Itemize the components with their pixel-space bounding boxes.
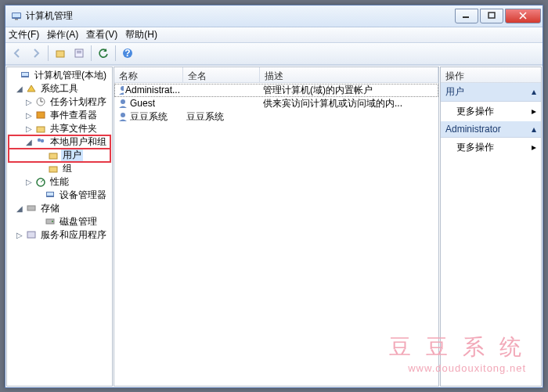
tree-pane: 计算机管理(本地) ◢系统工具 ▷任务计划程序 ▷事件查看器 ▷共享文件夹 ◢本… [6,67,113,387]
menu-action[interactable]: 操作(A) [47,28,78,41]
list-header: 名称 全名 描述 [114,67,438,83]
app-icon [10,9,23,22]
svg-rect-12 [22,73,28,76]
separator [48,45,49,61]
tree-shared-folders[interactable]: ▷共享文件夹 [9,122,110,135]
svg-rect-1 [13,13,20,17]
back-button[interactable] [9,45,26,62]
user-row[interactable]: Administrat... 管理计算机(域)的内置帐户 [114,84,438,97]
tree-users[interactable]: 用户 [9,149,110,162]
separator [115,45,116,61]
collapse-icon: ▴ [532,124,536,135]
svg-point-28 [121,99,125,104]
chevron-right-icon: ▸ [532,106,536,117]
svg-rect-18 [49,153,57,159]
svg-rect-2 [15,19,18,20]
computer-management-window: 计算机管理 文件(F) 操作(A) 查看(V) 帮助(H) ? 计算机管理(本地… [5,5,543,388]
action-group-users[interactable]: 用户▴ [441,83,541,102]
svg-point-25 [52,221,53,222]
separator [91,45,92,61]
chevron-right-icon: ▸ [532,142,536,153]
refresh-button[interactable] [95,45,112,62]
svg-point-17 [41,139,44,142]
column-name[interactable]: 名称 [114,67,183,82]
tree-groups[interactable]: 组 [9,162,110,175]
svg-rect-7 [77,51,81,52]
svg-rect-3 [463,16,469,18]
svg-rect-15 [37,127,45,132]
svg-rect-5 [56,51,64,57]
menu-help[interactable]: 帮助(H) [125,28,157,41]
minimize-button[interactable] [455,9,478,23]
user-icon [117,111,128,122]
user-row[interactable]: Guest 供来宾访问计算机或访问域的内... [114,97,438,110]
tree-local-users-groups[interactable]: ◢本地用户和组 [9,135,110,149]
column-fullname[interactable]: 全名 [183,67,260,82]
action-more-1[interactable]: 更多操作▸ [441,102,541,121]
tree-performance[interactable]: ▷性能 [9,175,110,189]
user-icon [117,85,124,95]
workspace: 计算机管理(本地) ◢系统工具 ▷任务计划程序 ▷事件查看器 ▷共享文件夹 ◢本… [5,65,543,387]
actions-header: 操作 [441,67,541,83]
action-group-admin[interactable]: Administrator▴ [441,121,541,138]
tree-services-apps[interactable]: ▷服务和应用程序 [9,228,110,242]
properties-button[interactable] [70,45,88,62]
maximize-button[interactable] [480,9,503,23]
help-button[interactable]: ? [119,45,136,62]
svg-point-16 [38,138,41,142]
tree-disk-management[interactable]: 磁盘管理 [9,215,110,228]
tree-task-scheduler[interactable]: ▷任务计划程序 [9,95,110,109]
up-level-button[interactable] [52,45,69,62]
svg-rect-26 [27,232,35,238]
svg-rect-14 [37,112,45,118]
svg-rect-19 [49,167,57,172]
titlebar[interactable]: 计算机管理 [5,5,543,27]
collapse-icon: ▴ [532,86,536,97]
tree-event-viewer[interactable]: ▷事件查看器 [9,109,110,122]
window-title: 计算机管理 [26,9,453,23]
action-more-2[interactable]: 更多操作▸ [441,138,541,157]
user-row[interactable]: 豆豆系统 豆豆系统 [114,110,438,124]
close-button[interactable] [505,9,541,23]
actions-pane: 操作 用户▴ 更多操作▸ Administrator▴ 更多操作▸ [440,67,542,387]
svg-rect-23 [27,206,35,210]
tree-system-tools[interactable]: ◢系统工具 [9,82,110,95]
svg-rect-22 [47,192,53,196]
tree-device-manager[interactable]: 设备管理器 [9,189,110,202]
toolbar: ? [5,43,543,65]
list-pane: 名称 全名 描述 Administrat... 管理计算机(域)的内置帐户 Gu… [114,67,439,387]
column-desc[interactable]: 描述 [260,67,438,82]
menu-view[interactable]: 查看(V) [86,28,117,41]
svg-point-27 [121,86,124,91]
user-icon [117,98,128,109]
forward-button[interactable] [27,45,45,62]
tree-root[interactable]: 计算机管理(本地) [9,69,110,82]
tree-storage[interactable]: ◢存储 [9,202,110,215]
svg-point-29 [121,113,125,117]
svg-rect-4 [489,13,495,18]
menu-file[interactable]: 文件(F) [9,28,39,41]
menubar: 文件(F) 操作(A) 查看(V) 帮助(H) [5,27,543,43]
svg-rect-8 [77,52,81,53]
svg-text:?: ? [124,48,130,59]
